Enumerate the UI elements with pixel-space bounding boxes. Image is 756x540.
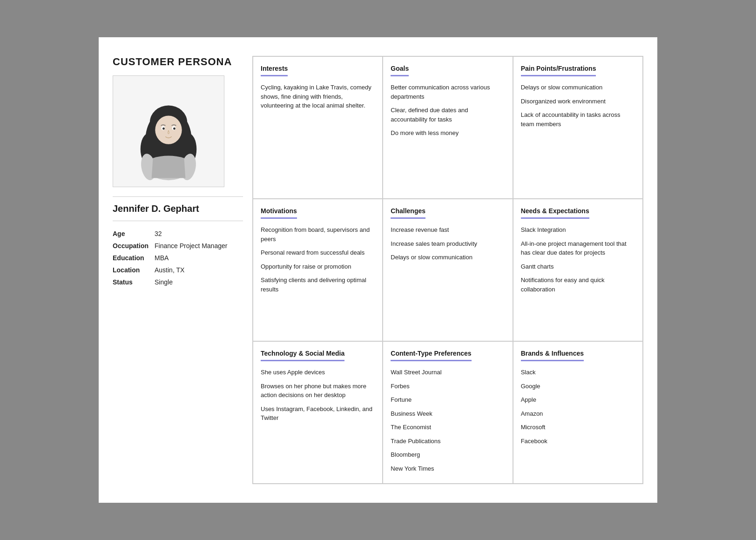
info-value: Austin, TX: [155, 264, 243, 276]
cell-content-motivations: Recognition from board, supervisors and …: [261, 225, 375, 294]
sidebar: CUSTOMER PERSONA: [113, 56, 243, 484]
page: CUSTOMER PERSONA: [99, 37, 657, 503]
cell-content-interests: Cycling, kayaking in Lake Travis, comedy…: [261, 83, 375, 110]
cell-item: Personal reward from successful deals: [261, 248, 375, 257]
cell-item: Better communication across various depa…: [391, 83, 505, 101]
cell-item: New York Times: [391, 464, 505, 473]
cell-item: Trade Publications: [391, 437, 505, 446]
cell-item: Google: [521, 382, 635, 391]
cell-item: Cycling, kayaking in Lake Travis, comedy…: [261, 83, 375, 110]
cell-item: Fortune: [391, 395, 505, 405]
cell-item: Uses Instagram, Facebook, Linkedin, and …: [261, 405, 375, 423]
info-label: Age: [113, 228, 155, 240]
cell-brands: Brands & InfluencesSlackGoogleAppleAmazo…: [513, 341, 643, 484]
cell-content-content: Wall Street JournalForbesFortuneBusiness…: [391, 368, 505, 473]
info-value: Finance Project Manager: [155, 240, 243, 252]
cell-item: She uses Apple devices: [261, 368, 375, 377]
info-row: EducationMBA: [113, 252, 243, 264]
cell-motivations: MotivationsRecognition from board, super…: [253, 199, 383, 341]
info-row: StatusSingle: [113, 276, 243, 288]
cell-content-pain-points: Delays or slow communicationDisorganized…: [521, 83, 635, 128]
avatar: [113, 75, 224, 187]
svg-point-12: [162, 128, 165, 130]
cell-header-motivations: Motivations: [261, 207, 297, 219]
cell-content: Content-Type PreferencesWall Street Jour…: [383, 341, 513, 484]
info-table: Age32OccupationFinance Project ManagerEd…: [113, 228, 243, 288]
cell-header-brands: Brands & Influences: [521, 350, 584, 361]
cell-item: Increase revenue fast: [391, 225, 505, 235]
svg-point-5: [155, 116, 182, 144]
cell-header-pain-points: Pain Points/Frustrations: [521, 65, 596, 76]
cell-item: Delays or slow communication: [521, 83, 635, 92]
cell-item: Clear, defined due dates and accountabil…: [391, 106, 505, 124]
cell-item: Browses on her phone but makes more acti…: [261, 382, 375, 400]
cell-content-goals: Better communication across various depa…: [391, 83, 505, 138]
cell-item: The Economist: [391, 423, 505, 432]
cell-needs: Needs & ExpectationsSlack IntegrationAll…: [513, 199, 643, 341]
cell-content-challenges: Increase revenue fastIncrease sales team…: [391, 225, 505, 262]
cell-header-challenges: Challenges: [391, 207, 425, 219]
cell-item: Do more with less money: [391, 128, 505, 138]
cell-item: Microsoft: [521, 423, 635, 432]
cell-item: Disorganized work environment: [521, 97, 635, 106]
cell-content-brands: SlackGoogleAppleAmazonMicrosoftFacebook: [521, 368, 635, 446]
cell-item: Lack of accountability in tasks across t…: [521, 110, 635, 128]
info-label: Occupation: [113, 240, 155, 252]
cell-header-content: Content-Type Preferences: [391, 350, 471, 361]
cell-challenges: ChallengesIncrease revenue fastIncrease …: [383, 199, 513, 341]
cell-technology: Technology & Social MediaShe uses Apple …: [253, 341, 383, 484]
cell-item: Notifications for easy and quick collabo…: [521, 276, 635, 294]
cell-pain-points: Pain Points/FrustrationsDelays or slow c…: [513, 56, 643, 199]
divider2: [113, 221, 243, 221]
cell-item: All-in-one project management tool that …: [521, 239, 635, 257]
cell-header-interests: Interests: [261, 65, 288, 76]
cell-item: Slack: [521, 368, 635, 377]
info-label: Education: [113, 252, 155, 264]
cell-item: Recognition from board, supervisors and …: [261, 225, 375, 243]
cell-header-needs: Needs & Expectations: [521, 207, 589, 219]
cell-item: Increase sales team productivity: [391, 239, 505, 249]
cell-item: Apple: [521, 395, 635, 405]
avatar-illustration: [122, 80, 215, 182]
cell-item: Amazon: [521, 409, 635, 418]
info-value: Single: [155, 276, 243, 288]
info-label: Location: [113, 264, 155, 276]
cell-item: Satisfying clients and delivering optima…: [261, 276, 375, 294]
info-value: 32: [155, 228, 243, 240]
persona-grid: InterestsCycling, kayaking in Lake Travi…: [252, 56, 643, 484]
cell-item: Gantt charts: [521, 262, 635, 271]
page-title: CUSTOMER PERSONA: [113, 56, 243, 68]
cell-content-needs: Slack IntegrationAll-in-one project mana…: [521, 225, 635, 294]
cell-item: Bloomberg: [391, 450, 505, 459]
cell-goals: GoalsBetter communication across various…: [383, 56, 513, 199]
info-value: MBA: [155, 252, 243, 264]
cell-interests: InterestsCycling, kayaking in Lake Travi…: [253, 56, 383, 199]
info-label: Status: [113, 276, 155, 288]
divider: [113, 196, 243, 197]
cell-content-technology: She uses Apple devicesBrowses on her pho…: [261, 368, 375, 423]
info-row: LocationAustin, TX: [113, 264, 243, 276]
cell-item: Business Week: [391, 409, 505, 418]
cell-item: Opportunity for raise or promotion: [261, 262, 375, 271]
cell-item: Facebook: [521, 437, 635, 446]
cell-header-technology: Technology & Social Media: [261, 350, 344, 361]
cell-item: Slack Integration: [521, 225, 635, 235]
svg-point-13: [173, 128, 176, 130]
cell-item: Delays or slow communication: [391, 253, 505, 262]
cell-item: Forbes: [391, 382, 505, 391]
info-row: OccupationFinance Project Manager: [113, 240, 243, 252]
cell-item: Wall Street Journal: [391, 368, 505, 377]
persona-name: Jennifer D. Gephart: [113, 203, 243, 214]
cell-header-goals: Goals: [391, 65, 409, 76]
info-row: Age32: [113, 228, 243, 240]
